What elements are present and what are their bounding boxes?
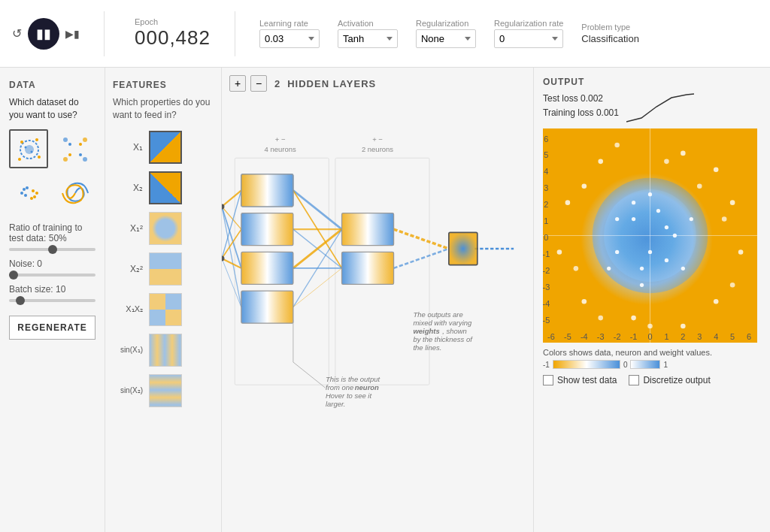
feature-sinx1-box[interactable]: [149, 334, 182, 367]
reg-rate-select[interactable]: 00.0010.010.1: [494, 29, 563, 48]
feature-x2-box[interactable]: [149, 171, 182, 204]
svg-rect-58: [342, 213, 394, 246]
feature-sinx2-box[interactable]: [149, 374, 182, 407]
data-panel-title: DATA: [9, 80, 95, 90]
learning-rate-select[interactable]: 0.030.010.10.3: [259, 29, 320, 48]
svg-text:5: 5: [544, 150, 548, 159]
dataset-xor[interactable]: [55, 129, 94, 168]
feature-sinx1-label: sin(X₁): [113, 346, 143, 354]
batch-slider[interactable]: [9, 299, 95, 302]
features-title: FEATURES: [113, 80, 214, 90]
feature-x2sq-box[interactable]: [149, 252, 182, 286]
color-desc: Colors shows data, neuron and weight val…: [543, 348, 761, 357]
show-test-data-checkbox[interactable]: [543, 375, 553, 385]
svg-text:-5: -5: [564, 332, 571, 341]
feature-x2[interactable]: X₂: [113, 171, 214, 204]
output-panel: OUTPUT Test loss 0.002 Training loss 0.0…: [533, 68, 770, 532]
feature-x1x2[interactable]: X₁X₂: [113, 293, 214, 326]
feature-sinx2[interactable]: sin(X₂): [113, 374, 214, 407]
svg-point-11: [83, 157, 87, 162]
svg-rect-18: [11, 174, 48, 212]
regularization-select[interactable]: NoneL1L2: [416, 29, 476, 48]
svg-point-86: [738, 249, 744, 255]
svg-point-91: [557, 249, 562, 255]
svg-text:2: 2: [544, 200, 548, 209]
bottom-controls: Show test data Discretize output: [543, 375, 761, 385]
svg-text:0: 0: [647, 332, 652, 341]
activation-select[interactable]: TanhReLUSigmoidLinear: [338, 29, 398, 48]
feature-x1-box[interactable]: [149, 131, 182, 164]
svg-rect-60: [449, 232, 477, 264]
svg-text:+ −: + −: [275, 135, 286, 144]
svg-point-26: [32, 189, 35, 192]
problem-type-value: Classification: [581, 33, 641, 44]
remove-layer-button[interactable]: −: [250, 75, 267, 92]
svg-line-64: [293, 362, 326, 388]
learning-rate-label: Learning rate: [259, 19, 320, 28]
features-panel: FEATURES Which properties do you want to…: [105, 68, 222, 532]
svg-point-12: [83, 138, 87, 142]
feature-x2sq[interactable]: X₂²: [113, 252, 214, 286]
svg-point-112: [607, 267, 611, 271]
dataset-circle[interactable]: [9, 129, 48, 168]
svg-point-5: [38, 156, 41, 159]
svg-point-101: [632, 217, 635, 221]
svg-line-34: [222, 190, 241, 207]
svg-text:1: 1: [544, 216, 548, 225]
feature-x1x2-box[interactable]: [149, 293, 182, 326]
svg-point-111: [640, 283, 644, 287]
regularization-label: Regularization: [416, 19, 476, 28]
svg-text:The outputs are: The outputs are: [413, 310, 462, 319]
svg-text:the lines.: the lines.: [413, 343, 441, 352]
feature-x1[interactable]: X₁: [113, 131, 214, 164]
svg-point-17: [68, 153, 71, 156]
svg-point-15: [79, 153, 82, 156]
svg-text:-2: -2: [614, 332, 621, 341]
feature-x2sq-label: X₂²: [113, 264, 143, 274]
dataset-spiral[interactable]: [55, 173, 94, 212]
svg-text:+ −: + −: [372, 135, 383, 144]
svg-point-102: [656, 209, 660, 213]
activation-label: Activation: [338, 19, 398, 28]
ratio-slider[interactable]: [9, 248, 95, 251]
feature-x1sq-box[interactable]: [149, 212, 182, 245]
svg-text:Hover to see it: Hover to see it: [326, 391, 371, 400]
step-button[interactable]: ▶▮: [65, 28, 80, 40]
feature-x1sq[interactable]: X₁²: [113, 212, 214, 245]
dataset-grid: [9, 129, 95, 212]
pause-button[interactable]: ▮▮: [28, 18, 59, 50]
color-scale-section: Colors shows data, neuron and weight val…: [543, 348, 761, 369]
svg-point-6: [18, 158, 21, 161]
svg-point-89: [631, 316, 636, 321]
svg-text:-2: -2: [543, 266, 550, 275]
svg-point-98: [722, 216, 727, 222]
noise-thumb[interactable]: [9, 271, 18, 280]
svg-line-50: [394, 229, 449, 249]
reg-rate-group: Regularization rate 00.0010.010.1: [494, 19, 563, 48]
ratio-thumb[interactable]: [48, 245, 57, 254]
svg-point-96: [598, 316, 603, 321]
regenerate-button[interactable]: REGENERATE: [9, 316, 95, 340]
svg-text:This is the output: This is the output: [326, 375, 380, 383]
divider-1: [104, 11, 105, 56]
svg-text:neuron: neuron: [355, 383, 379, 391]
feature-sinx1[interactable]: sin(X₁): [113, 334, 214, 367]
batch-thumb[interactable]: [16, 296, 25, 305]
dataset-gaussian[interactable]: [9, 173, 48, 212]
svg-point-92: [565, 200, 571, 205]
reset-button[interactable]: ↺: [12, 26, 22, 41]
discretize-output-label[interactable]: Discretize output: [629, 375, 710, 385]
svg-text:1: 1: [664, 332, 668, 341]
data-panel-subtitle: Which dataset do you want to use?: [9, 96, 95, 122]
add-layer-button[interactable]: +: [229, 75, 246, 92]
show-test-data-label[interactable]: Show test data: [543, 375, 617, 385]
noise-slider[interactable]: [9, 274, 95, 277]
feature-x2-label: X₂: [113, 183, 143, 193]
noise-label: Noise: 0: [9, 258, 95, 269]
output-title: OUTPUT: [543, 77, 761, 87]
svg-point-19: [23, 188, 26, 191]
svg-rect-59: [342, 252, 394, 284]
svg-text:-3: -3: [597, 332, 605, 341]
discretize-output-checkbox[interactable]: [629, 375, 639, 385]
svg-point-24: [35, 192, 38, 195]
